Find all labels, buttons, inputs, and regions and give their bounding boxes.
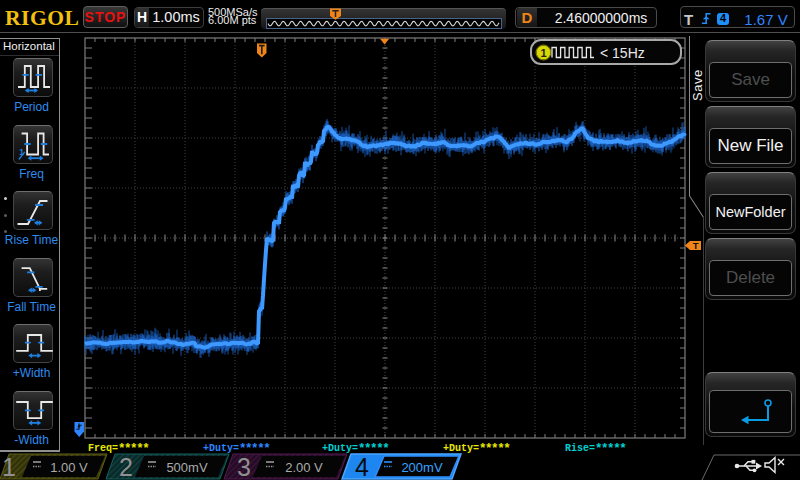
svg-text:1: 1 — [540, 47, 546, 59]
svg-text:1.00 V: 1.00 V — [50, 460, 88, 475]
svg-text:200mV: 200mV — [401, 460, 443, 475]
svg-text:1: 1 — [2, 453, 16, 480]
svg-text:T: T — [693, 240, 699, 251]
svg-text:3: 3 — [237, 453, 251, 480]
svg-text:500mV: 500mV — [166, 460, 208, 475]
svg-text:< 15Hz: < 15Hz — [600, 45, 645, 61]
svg-text:4: 4 — [355, 453, 369, 480]
svg-text:2: 2 — [119, 453, 133, 480]
svg-text:2.00 V: 2.00 V — [285, 460, 323, 475]
